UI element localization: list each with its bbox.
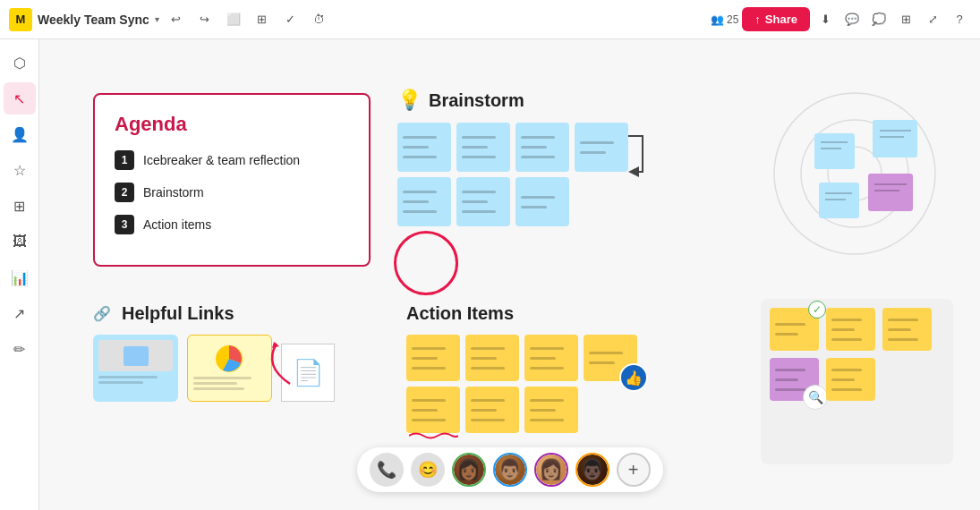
highlighted-sticky-container — [397, 177, 451, 226]
link-cards-container: 📄 — [93, 335, 371, 402]
brainstorm-section: 💡 Brainstorm — [397, 89, 666, 226]
zoom-preview-section: ✓ — [761, 299, 953, 464]
sticky-note-highlighted[interactable] — [397, 177, 451, 226]
action-sticky[interactable] — [406, 335, 460, 381]
app-logo[interactable]: M — [9, 8, 32, 31]
download-button[interactable]: ⬇ — [814, 8, 837, 31]
connect-button[interactable]: ⊞ — [251, 8, 274, 31]
action-sticky[interactable] — [524, 387, 578, 433]
zoom-row-2: 🔍 — [770, 358, 944, 401]
brainstorm-title: 💡 Brainstorm — [397, 89, 666, 112]
agenda-card: Agenda 1 Icebreaker & team reflection 2 … — [93, 93, 371, 267]
emoji-button[interactable]: 😊 — [411, 453, 445, 487]
sticky-note[interactable] — [516, 177, 569, 226]
sidebar-chart-icon[interactable]: 📊 — [4, 261, 36, 293]
smile-icon: 😊 — [418, 460, 438, 480]
sticky-note[interactable] — [575, 123, 628, 172]
add-participant-button[interactable]: + — [617, 453, 651, 487]
link-card-1-lines — [98, 376, 173, 384]
grid-button[interactable]: ⊞ — [894, 8, 917, 31]
arrow-svg — [254, 339, 299, 388]
check-button[interactable]: ✓ — [279, 8, 303, 31]
sticky-row-2 — [397, 177, 666, 226]
participant-avatar-2[interactable]: 👨🏽 — [493, 453, 527, 487]
sidebar-home-icon[interactable]: ⬡ — [4, 47, 36, 79]
timer-button[interactable]: ⏱ — [308, 8, 331, 31]
topbar-left: M Weekly Team Sync ▾ ↩ ↪ ⬜ ⊞ ✓ ⏱ — [9, 8, 703, 31]
action-sticky[interactable] — [465, 387, 519, 433]
phone-icon: 📞 — [377, 460, 396, 480]
magnify-badge: 🔍 — [803, 385, 828, 410]
sticky-note[interactable] — [456, 123, 510, 172]
main-layout: ⬡ ↖ 👤 ☆ ⊞ 🖼 📊 ↗ ✏ Agenda 1 Icebreaker & … — [0, 39, 980, 510]
brainstorm-stickies — [397, 123, 666, 226]
action-sticky-thumbs[interactable]: 👍 — [584, 335, 637, 381]
action-sticky[interactable] — [465, 335, 519, 381]
share-button[interactable]: ↑ Share — [742, 7, 810, 31]
sidebar-cursor-icon[interactable]: ↖ — [4, 82, 36, 115]
concentric-section — [765, 84, 953, 263]
topbar-right: 👥 25 ↑ Share ⬇ 💬 💭 ⊞ ⤢ ? — [711, 7, 971, 31]
sticky-note[interactable] — [397, 123, 451, 172]
agenda-item-1: 1 Icebreaker & team reflection — [115, 150, 349, 170]
zoom-sticky[interactable] — [826, 308, 875, 351]
sticky-note[interactable] — [456, 177, 510, 226]
chat-button[interactable]: 💭 — [867, 8, 891, 31]
add-icon: + — [628, 460, 639, 480]
zoom-purple-sticky-container: 🔍 — [770, 358, 819, 401]
helpful-links-title: 🔗 Helpful Links — [93, 303, 371, 324]
title-chevron-icon[interactable]: ▾ — [155, 14, 159, 24]
zoom-sticky[interactable]: ✓ — [770, 308, 819, 351]
agenda-num-1: 1 — [115, 150, 134, 170]
squiggle-svg — [409, 431, 458, 440]
participant-avatar-3[interactable]: 👩🏽 — [534, 453, 568, 487]
link-card-1[interactable] — [93, 335, 178, 402]
sticky-note[interactable] — [516, 123, 569, 172]
lightbulb-icon: 💡 — [397, 89, 422, 112]
agenda-title: Agenda — [115, 113, 349, 136]
concentric-circles-svg — [765, 84, 944, 263]
comment-button[interactable]: 💬 — [840, 8, 864, 31]
participant-avatar-4[interactable]: 👨🏿 — [575, 453, 609, 487]
svg-rect-9 — [868, 174, 913, 211]
frame-button[interactable]: ⬜ — [222, 8, 245, 31]
sidebar-image-icon[interactable]: 🖼 — [4, 225, 36, 258]
left-sidebar: ⬡ ↖ 👤 ☆ ⊞ 🖼 📊 ↗ ✏ — [0, 39, 39, 510]
sidebar-star-icon[interactable]: ☆ — [4, 154, 36, 186]
agenda-num-2: 2 — [115, 183, 134, 202]
sidebar-export-icon[interactable]: ↗ — [4, 297, 36, 329]
sidebar-user-icon[interactable]: 👤 — [4, 118, 36, 150]
link-card-1-image — [98, 340, 173, 371]
agenda-item-3: 3 Action items — [115, 215, 349, 234]
agenda-item-2: 2 Brainstorm — [115, 183, 349, 202]
action-sticky-squiggle — [406, 387, 460, 433]
agenda-num-3: 3 — [115, 215, 134, 234]
phone-button[interactable]: 📞 — [370, 453, 404, 487]
undo-button[interactable]: ↩ — [165, 8, 188, 31]
zoom-sticky[interactable] — [882, 308, 932, 351]
check-badge: ✓ — [808, 301, 826, 319]
action-sticky[interactable] — [524, 335, 578, 381]
svg-rect-3 — [814, 133, 855, 169]
participant-avatar-1[interactable]: 👩🏾 — [452, 453, 486, 487]
participants-bar: 📞 😊 👩🏾 👨🏽 👩🏽 — [357, 447, 663, 492]
document-title: Weekly Team Sync — [38, 13, 149, 27]
helpful-links-section: 🔗 Helpful Links — [93, 303, 371, 402]
redo-button[interactable]: ↪ — [193, 8, 217, 31]
action-stickies: 👍 — [406, 335, 684, 433]
sidebar-pen-icon[interactable]: ✏ — [4, 333, 36, 365]
sticky-row-1 — [397, 123, 666, 172]
zoom-sticky[interactable] — [826, 358, 875, 401]
action-sticky[interactable] — [406, 387, 460, 433]
arrow-connector — [626, 127, 652, 181]
sticky-with-arrow — [575, 123, 628, 172]
expand-button[interactable]: ⤢ — [921, 8, 944, 31]
sidebar-grid-icon[interactable]: ⊞ — [4, 190, 36, 222]
svg-point-0 — [774, 93, 935, 254]
help-button[interactable]: ? — [948, 8, 971, 31]
svg-rect-6 — [873, 120, 917, 157]
circle-highlight — [394, 231, 458, 295]
action-items-section: Action Items — [406, 303, 684, 433]
canvas-area[interactable]: Agenda 1 Icebreaker & team reflection 2 … — [39, 39, 980, 510]
user-count-badge: 👥 25 — [711, 13, 738, 26]
